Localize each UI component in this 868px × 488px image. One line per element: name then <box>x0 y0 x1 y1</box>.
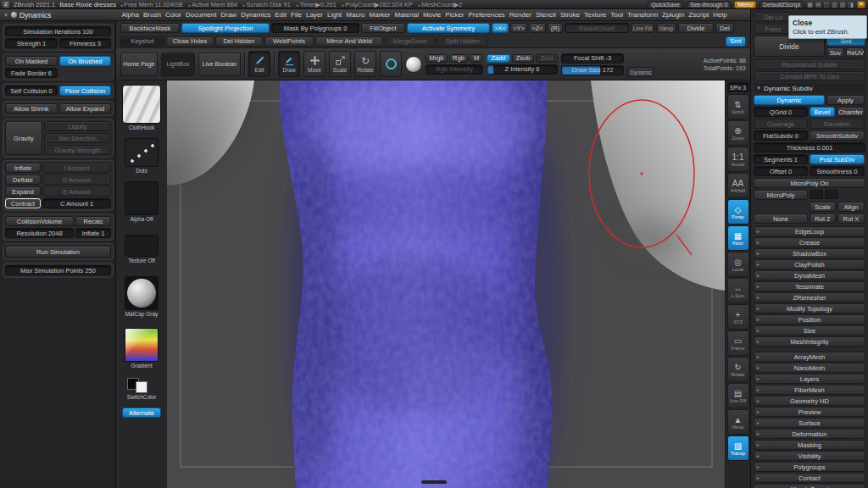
run-simulation-button[interactable]: Run Simulation <box>5 246 111 258</box>
menu-item[interactable]: Movie <box>420 11 442 19</box>
z-intensity-slider[interactable]: Z Intensity 6 <box>487 64 558 75</box>
dynamics-palette-header[interactable]: ▼ Dynamics <box>0 9 116 21</box>
color-picker[interactable] <box>125 328 159 362</box>
recalc-button[interactable]: Recalc <box>75 216 111 226</box>
menu-item[interactable]: Marker <box>367 11 392 19</box>
rot-x-button[interactable]: Rot X <box>837 214 865 224</box>
tool-subpalette[interactable]: ▸ Polygroups <box>754 462 865 472</box>
allow-shrink-button[interactable]: Allow Shrink <box>5 103 58 114</box>
thickness-slider[interactable]: Thickness 0.001 <box>754 142 865 152</box>
menu-item[interactable]: Layer <box>303 11 325 19</box>
menu-item[interactable]: Dynamics <box>239 11 273 19</box>
default-zscript-button[interactable]: DefaultZScript <box>760 1 804 8</box>
aahalf-button[interactable]: AA AAHalf <box>727 173 749 198</box>
shelf-button[interactable]: >Z< <box>529 23 546 33</box>
tool-subpalette[interactable]: ▸ Visibility <box>754 451 865 461</box>
menu-item[interactable]: Zscript <box>687 11 711 19</box>
micropoly-scale-button[interactable]: Scale <box>810 202 836 212</box>
tool-subpalette[interactable]: ▸ EdgeLoop <box>754 226 865 236</box>
tool-subpalette[interactable]: ▸ Tessimate <box>754 281 865 291</box>
smoothness-slider[interactable]: Smoothness 0 <box>810 166 865 176</box>
menu-item[interactable]: Edit <box>273 11 289 19</box>
shelf-button[interactable]: FillObject <box>361 23 405 33</box>
shelf-button[interactable]: Varup <box>656 23 676 33</box>
d-amount-slider[interactable]: D Amount <box>42 175 111 185</box>
allow-expand-button[interactable]: Allow Expand <box>59 103 111 114</box>
transp-button[interactable]: ▨ Transp <box>727 435 749 461</box>
shelf-button[interactable]: >X< <box>492 23 509 33</box>
bevel-toggle[interactable]: Bevel <box>810 107 835 117</box>
tool-subpalette[interactable]: ▸ Contact <box>754 473 865 483</box>
shelf-button[interactable]: Smt <box>726 36 746 47</box>
gravity-button[interactable]: Gravity <box>5 121 42 155</box>
rotate-view-button[interactable]: ↻ Rotate <box>727 357 749 382</box>
sim-direction-button[interactable]: Sim Direction <box>44 133 111 143</box>
live-boolean-button[interactable]: Live Boolean <box>198 53 241 76</box>
shelf-button[interactable]: (R) <box>548 23 563 33</box>
tool-subpalette[interactable]: ▸ FiberMesh <box>754 385 865 395</box>
menu-item[interactable]: Color <box>163 11 183 19</box>
menu-item[interactable]: Material <box>392 11 420 19</box>
scroll-button[interactable]: ⇅ Scroll <box>727 94 749 119</box>
menu-item[interactable]: Picker <box>443 11 466 19</box>
tool-subpalette[interactable]: ▸ Deformation <box>754 429 865 439</box>
del-lower-button[interactable]: Del Lo <box>754 12 793 22</box>
shelf-button[interactable]: Mask By Polygroups 0 <box>271 23 359 33</box>
shelf-button[interactable]: Mirror And Weld <box>315 36 383 47</box>
tool-subpalette[interactable]: ▸ ShadowBox <box>754 248 865 258</box>
shelf-button[interactable]: Split Hidden <box>437 36 488 47</box>
tool-subpalette[interactable]: ▸ Preview <box>754 407 865 417</box>
layout-rows-icon[interactable]: ▤ <box>815 1 821 8</box>
rot-z-button[interactable]: Rot Z <box>810 214 836 224</box>
local-button[interactable]: ◎ Local <box>727 252 749 277</box>
micropoly-thumb-2[interactable] <box>825 190 838 199</box>
chamfer-toggle[interactable]: Chamfer <box>837 107 865 117</box>
c-amount-slider[interactable]: C Amount 1 <box>42 198 111 208</box>
layout-split-icon[interactable]: ◫ <box>824 1 830 8</box>
freeze-subdiv-button[interactable]: Freez <box>754 24 793 34</box>
close-button[interactable]: ✕ <box>857 1 865 8</box>
secondary-color-swatch[interactable] <box>136 381 147 393</box>
menu-item[interactable]: Alpha <box>120 11 141 19</box>
post-subdiv-toggle[interactable]: Post SubDiv <box>810 154 865 164</box>
menu-item[interactable]: Stencil <box>533 11 558 19</box>
elevation-slider[interactable]: Elevation <box>810 119 865 129</box>
see-through-slider[interactable]: See-through 0 <box>687 1 731 8</box>
floor-button[interactable]: ▦ Floor <box>727 225 749 251</box>
simulation-iterations-slider[interactable]: Simulation Iterations 100 <box>5 26 111 36</box>
flat-subdiv-slider[interactable]: FlatSubdiv 0 <box>754 130 808 141</box>
suv-button[interactable]: Suv <box>826 47 844 58</box>
micropoly-on-button[interactable]: MicroPoly On <box>754 178 865 188</box>
lsym-button[interactable]: ⇔ L.Sym <box>727 278 749 303</box>
sculptris-pro-button[interactable] <box>380 51 402 77</box>
shelf-button[interactable]: Keyshot <box>120 36 164 47</box>
tool-subpalette[interactable]: ▸ Masking <box>754 440 865 450</box>
segments-slider[interactable]: Segments 1 <box>754 154 808 164</box>
shelf-button[interactable]: MergeDown <box>385 36 436 47</box>
on-masked-button[interactable]: On Masked <box>5 56 58 66</box>
resolution-slider[interactable]: Resolution 2048 <box>5 228 74 238</box>
offset-slider[interactable]: Offset 0 <box>754 166 808 176</box>
shelf-button[interactable]: BackfaceMask <box>120 23 180 33</box>
liquity-button[interactable]: Liquity <box>44 121 111 131</box>
menu-item[interactable]: File <box>289 11 304 19</box>
line-fill-button[interactable]: ▤ Line Fill <box>727 383 749 408</box>
collision-volume-button[interactable]: CollisionVolume <box>5 216 74 226</box>
shelf-button[interactable]: Activate Symmetry <box>407 23 490 33</box>
dynamic-mode-button[interactable]: Dynamic <box>754 95 825 105</box>
inflate-button[interactable]: Inflate <box>5 163 41 173</box>
menu-item[interactable]: Macro <box>344 11 367 19</box>
menu-item[interactable]: Stroke <box>558 11 581 19</box>
tool-subpalette[interactable]: ▸ Crease <box>754 237 865 247</box>
layout-diag-icon[interactable]: ▧ <box>840 1 846 8</box>
switch-color-widget[interactable] <box>127 378 156 393</box>
lightbox-button[interactable]: LightBox <box>161 53 195 76</box>
varup-button[interactable]: ▲ Varup <box>727 409 749 435</box>
tool-subpalette[interactable]: ▸ NanoMesh <box>754 363 865 373</box>
fade-border-slider[interactable]: Fade Border 6 <box>5 68 58 78</box>
alternate-button[interactable]: Alternate <box>122 408 161 418</box>
firmness-slider[interactable]: Firmness 3 <box>59 38 111 48</box>
spix-slider[interactable]: SPix 3 <box>727 82 749 92</box>
menu-toggle-button[interactable]: Menu <box>734 1 756 8</box>
shelf-button[interactable]: Del <box>715 23 734 33</box>
